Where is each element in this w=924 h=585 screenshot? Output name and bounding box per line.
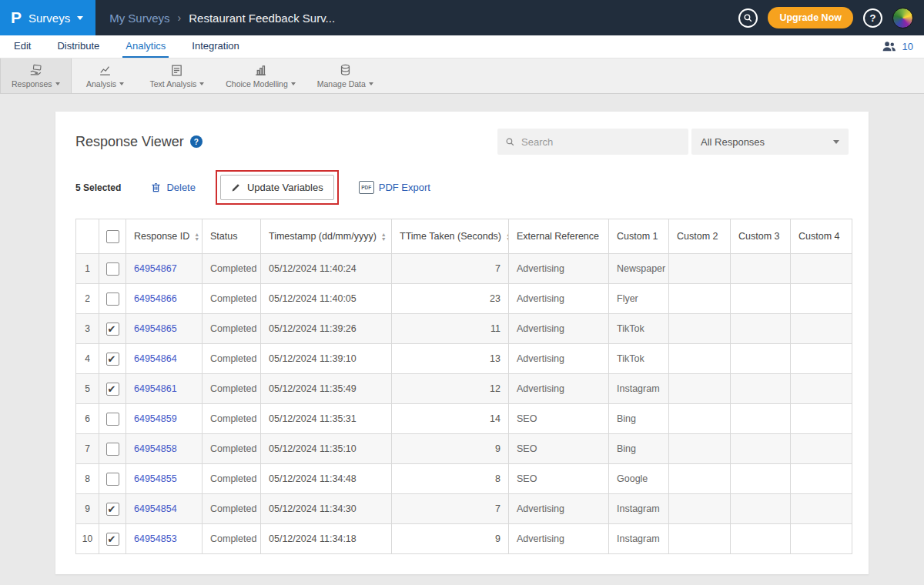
help-icon[interactable]: ? bbox=[863, 8, 882, 28]
chevron-down-icon bbox=[369, 82, 373, 85]
custom4-cell bbox=[791, 344, 852, 374]
response-id-cell: 64954861 bbox=[126, 374, 203, 404]
people-icon bbox=[882, 41, 897, 52]
table-body: 164954867Completed05/12/2024 11:40:247Ad… bbox=[76, 254, 852, 554]
breadcrumb-my-surveys[interactable]: My Surveys bbox=[109, 12, 169, 25]
timestamp-cell: 05/12/2024 11:34:18 bbox=[261, 524, 392, 554]
column-header[interactable]: Timestamp (dd/mm/yyyy)▲▼ bbox=[261, 219, 392, 254]
response-id-link[interactable]: 64954867 bbox=[134, 263, 177, 274]
custom4-cell bbox=[791, 284, 852, 314]
response-id-cell: 64954859 bbox=[126, 404, 203, 434]
custom4-cell bbox=[791, 404, 852, 434]
column-header-label: Timestamp (dd/mm/yyyy) bbox=[269, 231, 377, 242]
row-number: 9 bbox=[76, 494, 99, 524]
custom2-cell bbox=[669, 524, 731, 554]
app-menu-button[interactable]: P Surveys bbox=[0, 0, 95, 35]
column-header[interactable]: TTime Taken (Seconds)▲▼ bbox=[392, 219, 509, 254]
row-number-header bbox=[76, 219, 99, 254]
response-id-cell: 64954865 bbox=[126, 314, 203, 344]
custom1-cell: Google bbox=[609, 464, 669, 494]
table-row: 164954867Completed05/12/2024 11:40:247Ad… bbox=[76, 254, 852, 284]
external-reference-cell: Advertising bbox=[509, 254, 609, 284]
response-id-link[interactable]: 64954861 bbox=[134, 383, 177, 394]
response-id-link[interactable]: 64954866 bbox=[134, 293, 177, 304]
tab-edit[interactable]: Edit bbox=[11, 35, 34, 58]
selected-count: 5 Selected bbox=[75, 182, 121, 193]
response-viewer-panel: Response Viewer ? All Responses 5 Select… bbox=[55, 112, 869, 574]
custom2-cell bbox=[669, 374, 731, 404]
row-select-cell bbox=[99, 344, 126, 374]
delete-button[interactable]: Delete bbox=[150, 182, 196, 193]
row-checkbox[interactable] bbox=[106, 383, 119, 396]
row-checkbox[interactable] bbox=[106, 292, 119, 306]
row-select-cell bbox=[99, 314, 126, 344]
row-checkbox[interactable] bbox=[106, 503, 119, 516]
toolbar-item-choice-modelling[interactable]: Choice Modelling bbox=[215, 58, 306, 93]
search-input[interactable] bbox=[521, 136, 681, 148]
column-header: Custom 2 bbox=[669, 219, 731, 254]
row-checkbox[interactable] bbox=[106, 413, 119, 426]
toolbar-item-responses[interactable]: Responses bbox=[0, 58, 72, 93]
row-select-cell bbox=[99, 464, 126, 494]
avatar[interactable] bbox=[892, 8, 913, 28]
chevron-down-icon bbox=[55, 82, 60, 85]
responses-table: Response ID▲▼StatusTimestamp (dd/mm/yyyy… bbox=[75, 219, 852, 554]
filter-selected-value: All Responses bbox=[701, 136, 765, 148]
chevron-down-icon bbox=[833, 140, 839, 144]
row-select-cell bbox=[99, 524, 126, 554]
response-id-link[interactable]: 64954865 bbox=[134, 323, 177, 334]
sort-icon[interactable]: ▲▼ bbox=[506, 232, 509, 242]
response-id-cell: 64954858 bbox=[126, 434, 203, 464]
row-checkbox[interactable] bbox=[106, 473, 119, 486]
column-header[interactable]: Response ID▲▼ bbox=[126, 219, 203, 254]
title-help-icon[interactable]: ? bbox=[190, 135, 203, 148]
update-variables-button[interactable]: Update Variables bbox=[220, 175, 334, 200]
response-id-link[interactable]: 64954859 bbox=[134, 413, 177, 424]
analytics-toolbar: Responses Analysis Text Analysis Choice … bbox=[0, 58, 924, 94]
search-icon[interactable] bbox=[738, 8, 758, 28]
toolbar-label: Choice Modelling bbox=[226, 79, 288, 89]
column-header: Custom 1 bbox=[609, 219, 669, 254]
survey-nav-tabs: Edit Distribute Analytics Integration 10 bbox=[0, 35, 924, 58]
row-checkbox[interactable] bbox=[106, 353, 119, 366]
row-checkbox[interactable] bbox=[106, 443, 119, 456]
response-id-link[interactable]: 64954853 bbox=[134, 533, 177, 544]
response-id-cell: 64954854 bbox=[126, 494, 203, 524]
toolbar-label: Responses bbox=[12, 79, 52, 89]
row-select-cell bbox=[99, 404, 126, 434]
column-header-label: Status bbox=[210, 231, 237, 242]
timestamp-cell: 05/12/2024 11:39:26 bbox=[261, 314, 392, 344]
response-filter-dropdown[interactable]: All Responses bbox=[691, 129, 849, 155]
response-id-link[interactable]: 64954855 bbox=[134, 473, 177, 484]
sort-icon[interactable]: ▲▼ bbox=[381, 232, 387, 242]
column-header-label: Custom 3 bbox=[738, 231, 780, 242]
pdf-icon: PDF bbox=[359, 181, 374, 194]
status-cell: Completed bbox=[203, 524, 261, 554]
tab-integration[interactable]: Integration bbox=[189, 35, 242, 58]
time-taken-cell: 7 bbox=[392, 254, 509, 284]
select-all-checkbox[interactable] bbox=[106, 230, 119, 243]
row-checkbox[interactable] bbox=[106, 533, 119, 546]
row-checkbox[interactable] bbox=[106, 262, 119, 276]
toolbar-item-text-analysis[interactable]: Text Analysis bbox=[139, 58, 216, 93]
sort-icon[interactable]: ▲▼ bbox=[194, 232, 199, 242]
tab-analytics[interactable]: Analytics bbox=[122, 35, 169, 58]
custom2-cell bbox=[669, 494, 731, 524]
row-select-cell bbox=[99, 494, 126, 524]
pdf-export-button[interactable]: PDF PDF Export bbox=[359, 181, 430, 194]
row-number: 2 bbox=[76, 284, 99, 314]
timestamp-cell: 05/12/2024 11:39:10 bbox=[261, 344, 392, 374]
response-id-cell: 64954866 bbox=[126, 284, 203, 314]
toolbar-item-manage-data[interactable]: Manage Data bbox=[306, 58, 384, 93]
tab-distribute[interactable]: Distribute bbox=[54, 35, 102, 58]
custom3-cell bbox=[731, 314, 791, 344]
time-taken-cell: 12 bbox=[392, 374, 509, 404]
toolbar-item-analysis[interactable]: Analysis bbox=[72, 58, 139, 93]
table-row: 964954854Completed05/12/2024 11:34:307Ad… bbox=[76, 494, 852, 524]
response-id-cell: 64954864 bbox=[126, 344, 203, 374]
upgrade-now-button[interactable]: Upgrade Now bbox=[768, 7, 853, 28]
response-id-link[interactable]: 64954854 bbox=[134, 503, 177, 514]
response-id-link[interactable]: 64954858 bbox=[134, 443, 177, 454]
row-checkbox[interactable] bbox=[106, 323, 119, 336]
response-id-link[interactable]: 64954864 bbox=[134, 353, 177, 364]
